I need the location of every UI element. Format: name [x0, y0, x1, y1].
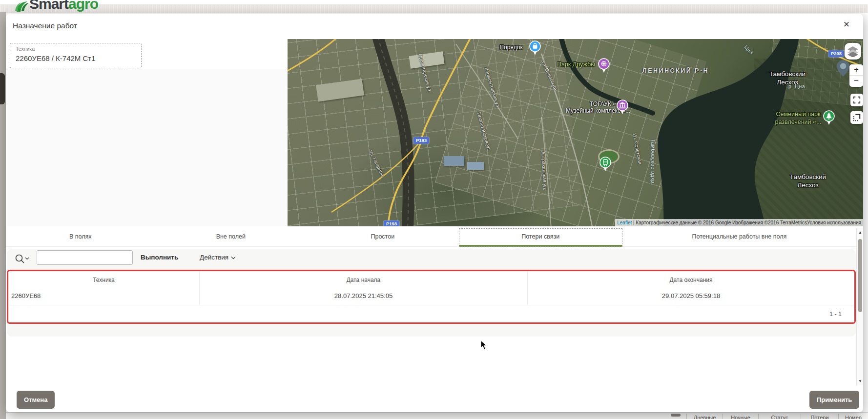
background-sidebar-tab[interactable] — [0, 73, 5, 104]
tab-в-полях[interactable]: В полях — [6, 228, 155, 247]
close-icon[interactable]: × — [840, 18, 853, 31]
tab-вне-полей[interactable]: Вне полей — [155, 228, 307, 247]
work-assignment-dialog: Назначение работ × Техника 2260УЕ68 / К-… — [6, 14, 863, 412]
equipment-field-value: 2260УЕ68 / К-742М Ст1 — [16, 54, 96, 62]
app-logo: Smartagro — [15, 0, 98, 14]
ferris-wheel-marker-icon[interactable] — [598, 58, 610, 76]
connection-loss-table-region: ТехникаДата началаДата окончания 2260УЕ6… — [7, 270, 856, 324]
attribution-credits: Картографические данные © 2016 Google Из… — [636, 220, 807, 225]
dialog-title: Назначение работ — [13, 21, 77, 30]
table-cell: 2260УЕ68 — [8, 289, 200, 305]
equipment-panel: Техника 2260УЕ68 / К-742М Ст1 — [6, 39, 288, 226]
column-header: Дата начала — [200, 271, 528, 289]
apply-button[interactable]: Применить — [809, 391, 859, 409]
tab-content-panel: Выполнить Действия ТехникаДата началаДат… — [7, 249, 856, 337]
tab-bar: В поляхВне полейПростоиПотери связиПотен… — [6, 228, 856, 247]
tram-marker-icon[interactable] — [599, 156, 612, 174]
layers-icon — [847, 45, 859, 57]
tab-простои[interactable]: Простои — [307, 228, 459, 247]
background-column-header: Дневные — [686, 414, 723, 419]
column-header: Техника — [8, 271, 200, 289]
table-cell: 28.07.2025 21:45:05 — [200, 289, 528, 305]
table-cell: 29.07.2025 05:59:18 — [528, 289, 854, 305]
map-attribution: Leaflet | Картографические данные © 2016… — [615, 219, 863, 226]
map-zoom-control: + − — [849, 64, 863, 87]
zoom-out-button[interactable]: − — [849, 76, 863, 87]
tab-потенциальные-работы-вне-поля[interactable]: Потенциальные работы вне поля — [622, 228, 856, 247]
execute-button[interactable]: Выполнить — [141, 250, 178, 265]
background-column-header: Потери — [801, 414, 838, 419]
map-fullscreen-button[interactable] — [850, 94, 863, 106]
chevron-down-icon — [231, 256, 236, 259]
column-header: Дата окончания — [528, 271, 854, 289]
pagination-label: 1 - 1 — [829, 311, 842, 318]
map-overview-button[interactable] — [850, 111, 863, 124]
tree-marker-icon[interactable] — [823, 110, 835, 128]
background-header-texture — [0, 4, 868, 13]
road-badge: Р208 — [828, 50, 844, 57]
road-badge: Р193 — [413, 137, 429, 144]
map-view[interactable]: ПорядокПарк ДружбыЛЕНИНСКИЙ Р-НТамбовски… — [288, 39, 863, 226]
equipment-card: Техника 2260УЕ68 / К-742М Ст1 — [6, 39, 288, 69]
fullscreen-icon — [853, 96, 861, 104]
logo-text-smart: Smart — [29, 0, 68, 12]
report-toolbar: Выполнить Действия — [7, 249, 856, 270]
cancel-button[interactable]: Отмена — [17, 391, 55, 409]
background-column-header: Статус — [758, 414, 801, 419]
background-table-header-strip: ДневныеНочныеСтатусПотериНомер — [6, 412, 868, 419]
table-header-row: ТехникаДата началаДата окончания — [8, 271, 854, 289]
background-horizontal-scrollbar[interactable] — [671, 414, 681, 417]
scrollbar-up-arrow[interactable]: ▲ — [857, 230, 863, 235]
zoom-in-button[interactable]: + — [849, 64, 863, 76]
dialog-scrollbar[interactable]: ▲ ▼ — [856, 228, 863, 385]
table-body: 2260УЕ6828.07.2025 21:45:0529.07.2025 05… — [8, 289, 854, 305]
logo-text-agro: agro — [68, 0, 98, 12]
background-column-header: Ночные — [723, 414, 758, 419]
map-roads-water-layer — [288, 39, 863, 226]
logo-leaf-icon — [15, 0, 29, 13]
background-column-header: Номер — [838, 414, 868, 419]
pin-marker-icon[interactable] — [836, 60, 850, 79]
equipment-field-label: Техника — [16, 46, 35, 52]
search-icon[interactable] — [14, 253, 33, 266]
equipment-field[interactable]: Техника 2260УЕ68 / К-742М Ст1 — [10, 43, 142, 68]
actions-menu-button[interactable]: Действия — [200, 250, 236, 265]
tab-потери-связи[interactable]: Потери связи — [459, 228, 622, 247]
shop-marker-icon[interactable] — [529, 40, 541, 58]
scrollbar-thumb[interactable] — [858, 239, 862, 312]
road-badge: Р193 — [384, 220, 399, 226]
museum-marker-icon[interactable] — [616, 99, 629, 117]
actions-label: Действия — [200, 250, 228, 265]
table-row[interactable]: 2260УЕ6828.07.2025 21:45:0529.07.2025 05… — [8, 289, 854, 305]
overview-icon — [853, 114, 861, 121]
scrollbar-down-arrow[interactable]: ▼ — [857, 379, 863, 383]
map-layers-button[interactable] — [845, 43, 861, 60]
attribution-terms-link[interactable]: Условия использования — [807, 220, 861, 225]
search-input[interactable] — [37, 250, 133, 265]
leaflet-link[interactable]: Leaflet — [617, 220, 632, 225]
